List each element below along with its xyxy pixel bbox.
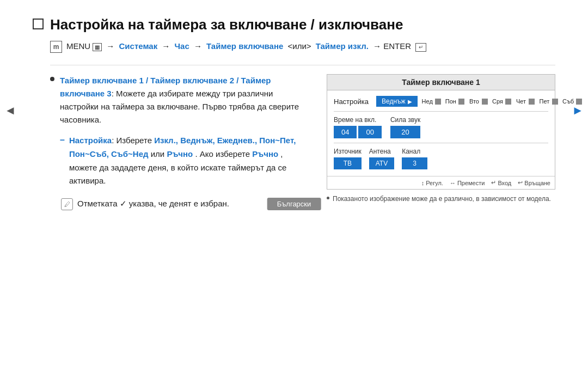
content-area: Таймер включване 1 / Таймер включване 2 … <box>33 74 555 210</box>
left-column: Таймер включване 1 / Таймер включване 2 … <box>50 74 310 210</box>
nastroika-label: Настройка <box>69 136 112 145</box>
menu-systemak: Системак <box>119 41 158 51</box>
hour-box[interactable]: 04 <box>334 126 357 138</box>
menu-path: m MENU ▦ → Системак → Час → Таймер включ… <box>33 41 555 53</box>
antenna-label: Антена <box>369 148 394 155</box>
premesti-label: Премести <box>457 180 485 186</box>
day-chet: Чет <box>516 98 526 105</box>
bullet-dot <box>50 77 54 81</box>
title-row: Настройка на таймера за включване / изкл… <box>33 16 555 33</box>
vhod-label: Вход <box>498 180 511 186</box>
sound-group: Сила звук 20 <box>390 116 420 138</box>
bullet-text: Таймер включване 1 / Таймер включване 2 … <box>60 74 310 126</box>
source-group: Източник TB <box>334 148 362 169</box>
right-column: Таймер включване 1 Настройка Веднъж ▶ Не… <box>327 74 555 210</box>
image-note-text: Показаното изображение може да е различн… <box>333 194 551 204</box>
rachno2: Ръчно <box>252 149 278 159</box>
day-pon: Пон <box>445 98 456 105</box>
menu-ili: <или> <box>285 41 313 51</box>
menu-arrow3: → <box>192 41 204 51</box>
footer-regul: ↕ Регул. <box>421 179 443 186</box>
day-srya: Сря <box>492 98 503 105</box>
nav-left-arrow[interactable]: ◄ <box>4 103 16 118</box>
menu-icon: m <box>50 41 62 53</box>
footer-vhod: ↵ Вход <box>491 179 511 186</box>
time-group: Време на вкл. 04 00 <box>334 116 382 138</box>
setup-label: Настройка <box>334 97 372 106</box>
day-vto-check <box>482 99 488 105</box>
channel-box[interactable]: 3 <box>402 157 427 169</box>
minute-box[interactable]: 00 <box>358 126 381 138</box>
sub-bullet: – Настройка: Изберете Изкл., Веднъж, Еже… <box>50 134 310 188</box>
timer-body: Настройка Веднъж ▶ Нед Пон Вто С <box>327 90 555 176</box>
day-pon-check <box>458 99 464 105</box>
enter-icon: ↵ <box>415 43 426 52</box>
menu-arrow4: → ENTER <box>371 41 413 51</box>
day-ned-check <box>435 99 441 105</box>
day-srya-check <box>505 99 511 105</box>
source-box[interactable]: TB <box>334 157 362 169</box>
menu-chas: Час <box>175 41 189 51</box>
day-pet-check <box>552 99 558 105</box>
image-note-dot <box>327 197 329 199</box>
antenna-box[interactable]: ATV <box>369 157 394 169</box>
channel-group: Канал 3 <box>402 148 427 169</box>
sub-mid: или <box>151 149 167 159</box>
menu-timer-on: Таймер включване <box>206 41 283 51</box>
sound-box[interactable]: 20 <box>390 126 420 138</box>
premesti-arrow: ↔ <box>450 180 456 186</box>
sub-rest: . Ако изберете <box>195 149 252 159</box>
sound-label: Сила звук <box>390 116 420 124</box>
vedanzh-arrow: ▶ <box>408 99 412 105</box>
main-bullet: Таймер включване 1 / Таймер включване 2 … <box>50 74 310 126</box>
rachno1: Ръчно <box>167 149 193 159</box>
day-pet: Пет <box>539 98 550 105</box>
antenna-group: Антена ATV <box>369 148 394 169</box>
day-ned: Нед <box>422 98 433 105</box>
image-note: Показаното изображение може да е различн… <box>327 194 555 204</box>
dash-icon: – <box>60 135 65 145</box>
menu-path-menu: MENU <box>66 41 90 51</box>
vedanzh-text: Веднъж <box>382 97 406 105</box>
page-title: Настройка на таймера за включване / изкл… <box>50 16 403 33</box>
regul-arrow: ↕ <box>421 180 425 186</box>
day-vto: Вто <box>469 98 480 105</box>
day-chet-check <box>529 99 535 105</box>
title-checkbox <box>33 19 44 29</box>
channel-label: Канал <box>402 148 427 155</box>
timer-header: Таймер включване 1 <box>327 75 555 90</box>
menu-grid-icon: ▦ <box>93 43 102 51</box>
footer-vrushtane: ↩ Връщане <box>518 179 550 186</box>
day-cell: Нед Пон Вто Сря Чет Пет Съ <box>422 98 582 105</box>
divider <box>50 65 555 65</box>
menu-timer-off: Таймер изкл. <box>316 41 369 51</box>
source-row: Източник TB Антена ATV Канал 3 <box>334 148 548 169</box>
regul-label: Регул. <box>426 180 443 186</box>
footer-premesti: ↔ Премести <box>450 179 485 186</box>
sub-text: Настройка: Изберете Изкл., Веднъж, Ежедн… <box>69 134 310 188</box>
bottom-label: Български <box>267 198 321 210</box>
vrushtane-label: Връщане <box>524 180 550 186</box>
time-values: 04 00 <box>334 126 382 138</box>
timer-panel: Таймер включване 1 Настройка Веднъж ▶ Не… <box>327 74 555 190</box>
note-text: Отметката ✓ указва, че денят е избран. <box>77 198 229 210</box>
timer-footer: ↕ Регул. ↔ Премести ↵ Вход ↩ Връщане <box>327 176 555 189</box>
menu-arrow1: → <box>104 41 117 51</box>
vhod-arrow: ↵ <box>491 179 496 186</box>
setup-row: Настройка Веднъж ▶ Нед Пон Вто С <box>334 96 548 107</box>
vrushtane-arrow: ↩ <box>518 179 523 186</box>
source-label: Източник <box>334 148 362 155</box>
vedanzh-box[interactable]: Веднъж ▶ <box>376 96 418 107</box>
sub-bullet-row: – Настройка: Изберете Изкл., Веднъж, Еже… <box>60 134 310 188</box>
note-icon: 🖊 <box>61 198 73 210</box>
time-on-label: Време на вкл. <box>334 116 382 124</box>
menu-arrow2: → <box>160 41 172 51</box>
nav-right-arrow[interactable]: ► <box>572 103 584 118</box>
